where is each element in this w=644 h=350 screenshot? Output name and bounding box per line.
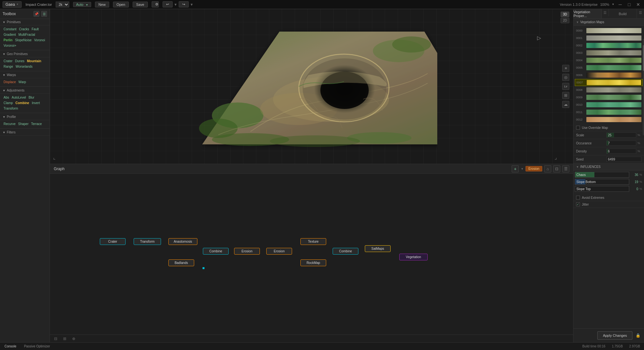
graph-fit-all-button[interactable]: ⊟ [52,335,59,342]
chaos-bar[interactable]: Chaos [575,172,629,178]
veg-map-0000[interactable]: 0000 [575,27,643,34]
section-warps[interactable]: ▼ Warps [0,72,50,78]
lock-icon[interactable]: 🔒 [634,332,641,339]
veg-map-0010[interactable]: 0010 [575,101,643,108]
section-geo-primitives[interactable]: ▼ Geo Primitives [0,51,50,57]
veg-maps-section-header[interactable]: ▼ Vegetation Maps [573,19,644,26]
node-combine1[interactable]: Combine [203,248,229,255]
tool-displace[interactable]: Displace [3,80,17,84]
viewport[interactable]: ▷ 3D 2D ☀ ◎ Lv ⊞ ☁ ⌞ ⌟ [50,9,573,164]
close-button[interactable]: ✕ [635,1,641,8]
density-value[interactable]: 6 [606,149,636,154]
veg-map-0003[interactable]: 0003 [575,49,643,56]
section-primitives[interactable]: ▼ Primitives [0,19,50,25]
tool-combine[interactable]: Combine [14,101,30,105]
auto-badge[interactable]: Auto ▼ [73,2,91,7]
veg-map-0004[interactable]: 0004 [575,57,643,64]
view-3d-button[interactable]: 3D [561,12,569,17]
tool-transform[interactable]: Transform [3,106,19,111]
node-badlands[interactable]: Badlands [168,259,194,266]
veg-map-0006[interactable]: 0006 [575,72,643,79]
apply-changes-button[interactable]: Apply Changes [597,331,632,340]
tool-recurve[interactable]: Recurve [3,122,16,126]
influences-section-header[interactable]: ▼ INFLUENCES [573,163,644,170]
view-2d-button[interactable]: 2D [561,18,569,23]
toolbox-menu-button[interactable]: ☰ [41,11,47,17]
tab-build[interactable]: Build [609,9,637,18]
graph-fit-button[interactable]: ⊡ [553,165,560,172]
section-adjustments[interactable]: ▼ Adjustments [0,87,50,94]
use-override-map-checkbox[interactable] [576,126,580,130]
veg-map-0011[interactable]: 0011 [575,109,643,116]
tool-worselands[interactable]: Worselands [14,64,33,69]
section-profile[interactable]: ▼ Profile [0,114,50,120]
tab-properties[interactable]: Vegetation Proper... [573,9,602,18]
veg-map-0002[interactable]: 0002 [575,42,643,49]
cloud-icon[interactable]: ☁ [562,101,569,108]
open-button[interactable]: Open [113,2,129,7]
node-vegetation[interactable]: Vegetation [399,254,428,260]
section-filters[interactable]: ▼ Filters [0,129,50,136]
node-erosion2[interactable]: Erosion [266,248,292,255]
tool-cracks[interactable]: Cracks [18,27,30,32]
slope-bottom-bar[interactable]: Slope Bottom [575,179,629,185]
settings-button[interactable]: ⚙ [152,1,159,7]
graph-menu-button[interactable]: ☰ [562,165,569,172]
redo-button[interactable]: ↪ [179,1,189,7]
console-tab[interactable]: Console [3,344,18,349]
tool-shaper[interactable]: Shaper [17,122,29,126]
node-combine2[interactable]: Combine [333,248,358,255]
grid-icon[interactable]: ⊞ [562,92,569,99]
tool-voronoi-plus[interactable]: Voronoi+ [3,43,17,48]
compass-icon[interactable]: ◎ [562,74,569,81]
jitter-checkbox[interactable]: ✓ [576,202,580,206]
tool-voronoi[interactable]: Voronoi [33,38,46,43]
undo-button[interactable]: ↩ [163,1,173,7]
veg-map-0005[interactable]: 0005 [575,64,643,71]
occurance-value[interactable]: 7 [606,141,636,146]
graph-expand-button[interactable]: ⊕ [71,335,77,342]
veg-map-0001[interactable]: 0001 [575,34,643,42]
maximize-button[interactable]: □ [626,1,632,8]
seed-value[interactable]: 6499 [606,157,641,162]
tool-mountain[interactable]: Mountain [26,59,42,63]
tool-dunes[interactable]: Dunes [14,59,25,63]
veg-map-0007[interactable]: 0007 [575,79,643,86]
veg-map-0008[interactable]: 0008 [575,86,643,93]
tool-warp[interactable]: Warp [17,80,27,84]
tool-crater[interactable]: Crater [3,59,14,63]
node-satmaps[interactable]: SatMaps [365,245,391,252]
node-anastomosis[interactable]: Anastomosis [168,238,197,245]
veg-map-0009[interactable]: 0009 [575,94,643,101]
tool-range[interactable]: Range [3,64,14,69]
sun-icon[interactable]: ☀ [562,65,569,72]
node-texture[interactable]: Texture [300,238,326,245]
graph-home-button[interactable]: ⌂ [544,165,551,172]
tool-abs[interactable]: Abs [3,95,10,100]
save-button[interactable]: Save [133,2,148,7]
lv-button[interactable]: Lv [562,83,569,90]
tool-multifractal[interactable]: MultiFractal [17,32,36,37]
tool-invert[interactable]: Invert [31,101,41,105]
slope-top-bar[interactable]: Slope Top [575,186,629,192]
resolution-select[interactable]: 2k4k8k [56,2,69,7]
tool-constant[interactable]: Constant [3,27,17,32]
add-node-button[interactable]: + [512,165,519,172]
node-crater[interactable]: Crater [100,238,126,245]
new-button[interactable]: New [95,2,109,7]
avoid-extremes-checkbox[interactable] [576,196,580,199]
tool-terrace[interactable]: Terrace [30,122,43,126]
tool-blur[interactable]: Blur [28,95,35,100]
node-rockmap[interactable]: RockMap [300,259,326,266]
toolbox-pin-button[interactable]: 📌 [33,11,39,17]
node-transform[interactable]: Transform [134,238,161,245]
scale-value[interactable]: 25 [606,132,636,138]
passive-optimizer-tab[interactable]: Passive Optimizer [22,344,52,349]
tool-autolevel[interactable]: AutoLevel [11,95,27,100]
tool-clamp[interactable]: Clamp [3,101,14,105]
graph-canvas[interactable]: Crater Transform Anastomosis Combine Ero… [50,174,573,335]
tool-slopenoise[interactable]: SlopeNoise [14,38,33,43]
node-erosion1[interactable]: Erosion [234,248,260,255]
veg-map-0012[interactable]: 0012 [575,116,643,123]
tool-fault[interactable]: Fault [31,27,40,32]
